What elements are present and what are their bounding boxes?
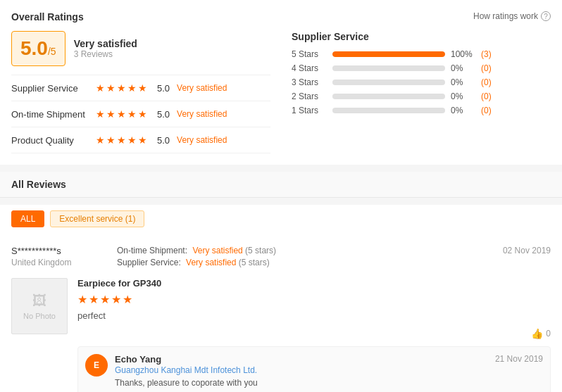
bar-pct: 0% (451, 91, 475, 101)
all-reviews-section: All Reviews ALL Excellent service (1) (0, 172, 562, 236)
star: ★ (96, 108, 105, 120)
bar-row: 4 Stars 0% (0) (292, 63, 551, 73)
rating-category: Product Quality (11, 135, 89, 146)
star: ★ (138, 82, 147, 94)
reviewer-info: S***********s United Kingdom On-time Shi… (11, 246, 551, 270)
service-label: Supplier Service: (117, 258, 181, 267)
star: ★ (106, 134, 115, 146)
rating-category: On-time Shipment (11, 109, 89, 120)
product-image: 🖼 No Photo (11, 278, 68, 334)
filter-all-button[interactable]: ALL (11, 210, 44, 227)
rating-row: Supplier Service ★★★★★ 5.0 Very satisfie… (11, 75, 270, 101)
bar-rows: 5 Stars 100% (3) 4 Stars 0% (0) 3 Stars … (292, 49, 551, 115)
bar-row: 1 Stars 0% (0) (292, 106, 551, 115)
service-row: Supplier Service: Very satisfied (5 star… (117, 258, 466, 267)
reviewer-name: S***********s (11, 246, 103, 256)
reply-text: Thanks, pleasure to coporate with you (115, 378, 543, 388)
question-icon: ? (541, 11, 551, 21)
shipment-val: Very satisfied (192, 246, 242, 255)
bar-label: 4 Stars (292, 63, 327, 73)
rating-row: Product Quality ★★★★★ 5.0 Very satisfied (11, 127, 270, 153)
bar-count: (0) (481, 106, 492, 115)
bar-track (332, 94, 445, 99)
product-name: Earpiece for GP340 (77, 278, 551, 289)
bar-label: 1 Stars (292, 106, 327, 115)
stars-row: ★★★★★ (96, 134, 147, 146)
review-text: perfect (77, 310, 551, 321)
score-num: 5.0 (157, 109, 170, 120)
review-date: 02 Nov 2019 (480, 246, 551, 270)
bar-track (332, 108, 445, 113)
rating-category: Supplier Service (11, 83, 89, 94)
star: ★ (117, 108, 126, 120)
score-num: 5.0 (157, 135, 170, 146)
star: ★ (127, 108, 137, 120)
bar-row: 2 Stars 0% (0) (292, 91, 551, 101)
reply-company: Guangzhou Kanghai Mdt Infotech Ltd. (115, 365, 257, 375)
big-score-info: Very satisfied 3 Reviews (74, 38, 137, 59)
star: ★ (127, 134, 137, 146)
reply-avatar: E (85, 354, 108, 377)
bar-count: (0) (481, 77, 492, 87)
reviewer-left: S***********s United Kingdom (11, 246, 103, 270)
reply-section: E Echo Yang Guangzhou Kanghai Mdt Infote… (77, 346, 551, 392)
no-photo-label: No Photo (23, 312, 56, 320)
bar-pct: 0% (451, 63, 475, 73)
left-panel: 5.0/5 Very satisfied 3 Reviews Supplier … (11, 31, 270, 153)
big-score-denom: /5 (48, 46, 56, 57)
satisfaction-label: Very satisfied (74, 38, 137, 49)
star: ★ (127, 82, 137, 94)
bar-label: 5 Stars (292, 49, 327, 59)
product-details: Earpiece for GP340 ★ ★ ★ ★ ★ perfect 👍 0… (77, 278, 551, 392)
bar-row: 5 Stars 100% (3) (292, 49, 551, 59)
reply-content: Echo Yang Guangzhou Kanghai Mdt Infotech… (115, 354, 543, 388)
bar-track (332, 65, 445, 71)
service-val: Very satisfied (186, 258, 236, 267)
filter-excellent-button[interactable]: Excellent service (1) (50, 210, 144, 227)
reviewer-country: United Kingdom (11, 258, 103, 267)
star: ★ (96, 134, 105, 146)
star-4: ★ (111, 293, 121, 306)
all-reviews-header: All Reviews (0, 172, 562, 198)
rating-row: On-time Shipment ★★★★★ 5.0 Very satisfie… (11, 101, 270, 127)
reply-name: Echo Yang (115, 354, 161, 365)
star: ★ (138, 134, 147, 146)
star-3: ★ (100, 293, 110, 306)
overall-ratings-section: Overall Ratings How ratings work ? 5.0/5… (0, 0, 562, 165)
big-score-num: 5.0 (20, 37, 48, 59)
shipment-row: On-time Shipment: Very satisfied (5 star… (117, 246, 466, 255)
like-count: 0 (546, 329, 551, 339)
bar-pct: 0% (451, 106, 475, 115)
product-stars: ★ ★ ★ ★ ★ (77, 293, 551, 306)
star: ★ (117, 82, 126, 94)
bar-track (332, 51, 445, 57)
big-score-box: 5.0/5 (11, 31, 65, 66)
review-card: S***********s United Kingdom On-time Shi… (0, 236, 562, 392)
score-num: 5.0 (157, 83, 170, 94)
shipment-label: On-time Shipment: (117, 246, 187, 255)
star-2: ★ (89, 293, 99, 306)
satisfied-label: Very satisfied (177, 135, 227, 145)
star: ★ (96, 82, 105, 94)
bar-pct: 100% (451, 49, 475, 59)
all-reviews-title: All Reviews (11, 179, 66, 190)
bar-fill (332, 51, 445, 57)
shipment-stars: (5 stars) (245, 246, 276, 255)
category-rows: Supplier Service ★★★★★ 5.0 Very satisfie… (11, 75, 270, 153)
filter-row: ALL Excellent service (1) (0, 205, 562, 236)
how-ratings-link[interactable]: How ratings work ? (473, 11, 551, 21)
no-photo-icon: 🖼 (32, 293, 46, 309)
reviewer-details: On-time Shipment: Very satisfied (5 star… (117, 246, 466, 270)
star: ★ (117, 134, 126, 146)
bar-pct: 0% (451, 77, 475, 87)
star: ★ (138, 108, 147, 120)
star: ★ (106, 108, 115, 120)
how-ratings-label: How ratings work (473, 11, 538, 21)
reply-name-company: Echo Yang Guangzhou Kanghai Mdt Infotech… (115, 354, 257, 375)
overall-header: Overall Ratings How ratings work ? (11, 11, 551, 23)
stars-row: ★★★★★ (96, 108, 147, 120)
product-section: 🖼 No Photo Earpiece for GP340 ★ ★ ★ ★ ★ … (11, 278, 551, 392)
thumbs-up-icon[interactable]: 👍 (531, 328, 543, 339)
right-panel: Supplier Service 5 Stars 100% (3) 4 Star… (292, 31, 551, 153)
star: ★ (106, 82, 115, 94)
